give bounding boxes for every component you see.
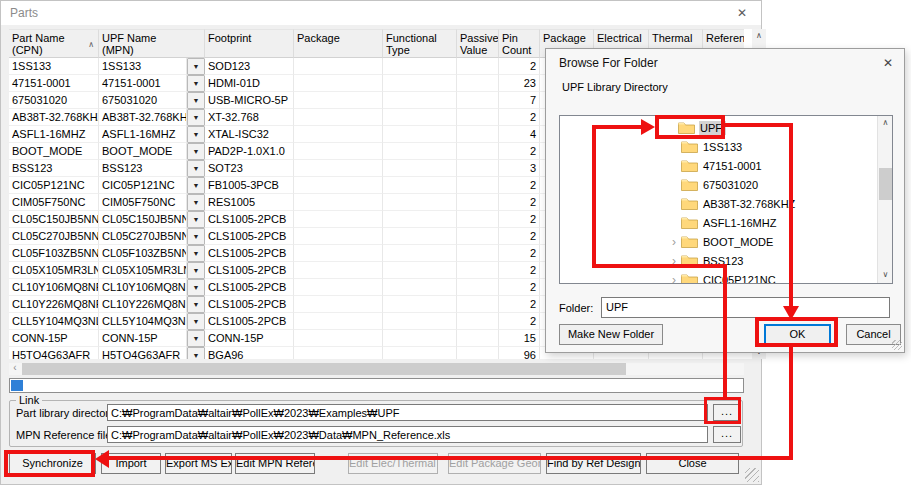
table-cell[interactable]: 675031020: [99, 92, 187, 109]
mpn-dropdown-icon[interactable]: ▼: [187, 245, 205, 262]
table-cell[interactable]: [383, 296, 457, 313]
table-cell[interactable]: CLS1005-2PCB: [205, 296, 294, 313]
table-cell[interactable]: CONN-15P: [99, 330, 187, 347]
table-cell[interactable]: [383, 126, 457, 143]
mpn-dropdown-icon[interactable]: ▼: [187, 194, 205, 211]
dialog-resize-grip[interactable]: [892, 340, 902, 350]
table-cell[interactable]: 2: [499, 262, 540, 279]
synchronize-button[interactable]: Synchronize: [9, 453, 96, 474]
mpn-dropdown-icon[interactable]: ▼: [187, 347, 205, 359]
table-cell[interactable]: HDMI-01D: [205, 75, 294, 92]
table-cell[interactable]: CONN-15P: [205, 330, 294, 347]
table-cell[interactable]: CL05C150JB5NNND: [9, 211, 99, 228]
table-cell[interactable]: CL05C150JB5NNND: [99, 211, 187, 228]
table-cell[interactable]: CLS1005-2PCB: [205, 313, 294, 330]
scroll-left-icon[interactable]: ‹: [9, 363, 21, 375]
browse-mpn-reference-button[interactable]: ...: [713, 426, 741, 443]
table-cell[interactable]: CL05C270JB5NNWC: [9, 228, 99, 245]
mpn-dropdown-icon[interactable]: ▼: [187, 126, 205, 143]
tree-expand-chevron-icon[interactable]: ›: [667, 236, 681, 248]
table-cell[interactable]: CLS1005-2PCB: [205, 228, 294, 245]
table-cell[interactable]: [383, 109, 457, 126]
browse-part-library-button[interactable]: ...: [713, 404, 741, 421]
tree-item[interactable]: 675031020: [560, 175, 877, 194]
table-cell[interactable]: 2: [499, 211, 540, 228]
table-cell[interactable]: [294, 75, 383, 92]
table-cell[interactable]: [383, 228, 457, 245]
table-cell[interactable]: 675031020: [9, 92, 99, 109]
table-cell[interactable]: [457, 143, 499, 160]
table-cell[interactable]: CLS1005-2PCB: [205, 279, 294, 296]
table-cell[interactable]: CL10Y226MQ8NRNC: [99, 296, 187, 313]
table-cell[interactable]: CL10Y226MQ8NRNC: [9, 296, 99, 313]
table-cell[interactable]: CLS1005-2PCB: [205, 245, 294, 262]
table-cell[interactable]: 96: [499, 347, 540, 359]
table-cell[interactable]: [294, 211, 383, 228]
table-cell[interactable]: [383, 160, 457, 177]
table-cell[interactable]: [457, 296, 499, 313]
table-cell[interactable]: [457, 279, 499, 296]
table-cell[interactable]: [294, 330, 383, 347]
mpn-dropdown-icon[interactable]: ▼: [187, 143, 205, 160]
table-cell[interactable]: [383, 245, 457, 262]
table-cell[interactable]: ASFL1-16MHZ: [99, 126, 187, 143]
table-cell[interactable]: [383, 75, 457, 92]
table-cell[interactable]: XTAL-ISC32: [205, 126, 294, 143]
find-by-ref-designator-button[interactable]: Find by Ref Designator: [546, 453, 641, 474]
table-cell[interactable]: CL05C270JB5NNWC: [99, 228, 187, 245]
table-cell[interactable]: [457, 211, 499, 228]
table-cell[interactable]: AB38T-32.768KHZ: [99, 109, 187, 126]
table-cell[interactable]: 2: [499, 279, 540, 296]
table-cell[interactable]: [294, 313, 383, 330]
column-header[interactable]: Package: [294, 29, 383, 58]
tree-item[interactable]: › CIC05P121NC: [560, 270, 877, 284]
tree-item[interactable]: 47151-0001: [560, 156, 877, 175]
column-header[interactable]: UPF Name (MPN): [99, 29, 205, 58]
table-cell[interactable]: PAD2P-1.0X1.0: [205, 143, 294, 160]
mpn-dropdown-icon[interactable]: ▼: [187, 279, 205, 296]
table-cell[interactable]: [383, 92, 457, 109]
table-cell[interactable]: 2: [499, 245, 540, 262]
table-cell[interactable]: [294, 296, 383, 313]
table-cell[interactable]: 7: [499, 92, 540, 109]
table-cell[interactable]: H5TQ4G63AFR: [9, 347, 99, 359]
mpn-dropdown-icon[interactable]: ▼: [187, 211, 205, 228]
table-cell[interactable]: 2: [499, 194, 540, 211]
table-cell[interactable]: 1SS133: [9, 58, 99, 75]
table-cell[interactable]: [294, 262, 383, 279]
table-cell[interactable]: CL10Y106MQ8NRNC: [9, 279, 99, 296]
table-cell[interactable]: [294, 126, 383, 143]
table-cell[interactable]: [294, 109, 383, 126]
table-cell[interactable]: 15: [499, 330, 540, 347]
table-cell[interactable]: [457, 109, 499, 126]
mpn-dropdown-icon[interactable]: ▼: [187, 58, 205, 75]
table-cell[interactable]: [294, 279, 383, 296]
table-cell[interactable]: [294, 177, 383, 194]
make-new-folder-button[interactable]: Make New Folder: [559, 324, 663, 345]
table-cell[interactable]: [457, 194, 499, 211]
table-cell[interactable]: 2: [499, 109, 540, 126]
table-cell[interactable]: [383, 330, 457, 347]
table-cell[interactable]: 2: [499, 296, 540, 313]
tree-item[interactable]: UPF: [560, 118, 877, 137]
table-cell[interactable]: [457, 177, 499, 194]
tree-item[interactable]: › BSS123: [560, 251, 877, 270]
table-cell[interactable]: RES1005: [205, 194, 294, 211]
table-cell[interactable]: [457, 313, 499, 330]
table-cell[interactable]: CIC05P121NC: [9, 177, 99, 194]
column-header[interactable]: Footprint: [205, 29, 294, 58]
close-icon[interactable]: ✕: [731, 3, 753, 23]
mpn-dropdown-icon[interactable]: ▼: [187, 313, 205, 330]
tree-expand-chevron-icon[interactable]: ›: [667, 255, 681, 267]
table-cell[interactable]: [457, 75, 499, 92]
export-ms-excel-button[interactable]: Export MS Excel: [165, 453, 232, 474]
table-cell[interactable]: [457, 92, 499, 109]
table-cell[interactable]: CLS1005-2PCB: [205, 211, 294, 228]
mpn-dropdown-icon[interactable]: ▼: [187, 92, 205, 109]
part-library-directory-field[interactable]: C:₩ProgramData₩altair₩PollEx₩2023₩Exampl…: [107, 404, 708, 421]
table-cell[interactable]: [294, 245, 383, 262]
table-cell[interactable]: BSS123: [9, 160, 99, 177]
mpn-dropdown-icon[interactable]: ▼: [187, 262, 205, 279]
table-cell[interactable]: CL05F103ZB5NNNC: [9, 245, 99, 262]
window-resize-grip[interactable]: [745, 468, 759, 482]
